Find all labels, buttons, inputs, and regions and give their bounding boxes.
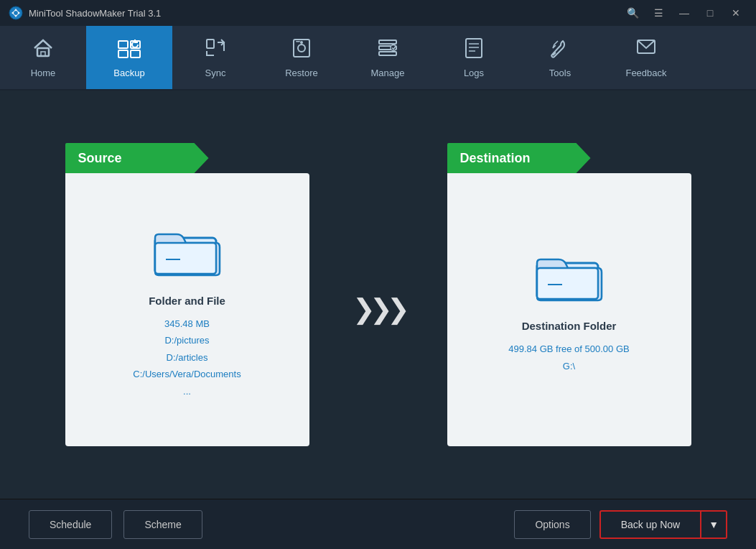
source-path-more: ... [133,383,241,400]
svg-point-13 [298,45,305,52]
nav-label-tools: Tools [549,68,571,78]
destination-free: 499.84 GB free of 500.00 GB [508,341,629,357]
svg-rect-16 [379,40,396,44]
destination-panel: Destination Destination Folder 499.84 GB… [447,143,691,446]
backup-icon [116,37,142,63]
svg-point-14 [300,41,303,44]
home-icon [32,37,55,63]
options-button[interactable]: Options [514,510,590,539]
nav-label-feedback: Feedback [625,68,666,78]
svg-rect-7 [118,41,128,48]
arrow-area: ❯❯❯ [353,293,404,325]
svg-rect-8 [118,50,128,57]
feedback-icon [635,37,658,63]
nav-item-feedback[interactable]: Feedback [603,26,689,89]
source-path-3: C:/Users/Vera/Documents [133,366,241,382]
scheme-button[interactable]: Scheme [123,510,202,539]
manage-icon [376,37,399,63]
app-title: MiniTool ShadowMaker Trial 3.1 [29,8,621,19]
nav-label-backup: Backup [113,68,144,78]
nav-item-manage[interactable]: Manage [345,26,431,89]
schedule-button[interactable]: Schedule [29,510,112,539]
window-controls: 🔍 ☰ — □ ✕ [621,4,747,22]
source-panel-body[interactable]: Folder and File 345.48 MB D:/pictures D:… [65,173,309,446]
source-path-2: D:/articles [133,349,241,366]
nav-label-sync: Sync [205,68,226,78]
source-info: 345.48 MB D:/pictures D:/articles C:/Use… [133,315,241,400]
nav-item-backup[interactable]: Backup [86,26,172,89]
svg-rect-30 [537,268,598,299]
destination-title: Destination Folder [522,320,617,332]
source-title: Folder and File [149,295,225,307]
nav-item-home[interactable]: Home [0,26,86,89]
forward-arrows: ❯❯❯ [353,293,404,325]
nav-label-manage: Manage [371,68,405,78]
bottombar: Schedule Scheme Options Back up Now ▼ [0,499,756,549]
source-size: 345.48 MB [133,315,241,332]
right-buttons: Options Back up Now ▼ [514,510,727,539]
navbar: Home Backup Sync [0,26,756,91]
search-button[interactable]: 🔍 [621,4,644,22]
source-header: Source [65,143,209,173]
main-content: Source Folder and File 345.48 MB D:/pict… [0,91,756,499]
destination-folder-icon [533,245,605,305]
destination-panel-body[interactable]: Destination Folder 499.84 GB free of 500… [447,173,691,446]
restore-icon [290,37,313,63]
svg-rect-27 [155,243,216,274]
titlebar: MiniTool ShadowMaker Trial 3.1 🔍 ☰ — □ ✕ [0,0,756,26]
sync-icon [204,37,227,63]
tools-icon [549,37,571,63]
app-logo [9,6,23,20]
backup-now-button[interactable]: Back up Now [599,510,701,539]
menu-button[interactable]: ☰ [647,4,670,22]
destination-drive: G:\ [508,358,629,374]
source-folder-icon [151,220,223,280]
svg-rect-15 [296,41,300,42]
svg-rect-11 [207,40,214,48]
svg-rect-18 [379,52,396,55]
backup-now-dropdown[interactable]: ▼ [701,510,727,539]
logs-icon [462,37,485,63]
source-panel: Source Folder and File 345.48 MB D:/pict… [65,143,309,446]
svg-rect-10 [131,50,140,57]
nav-item-restore[interactable]: Restore [258,26,345,89]
close-button[interactable]: ✕ [724,4,747,22]
maximize-button[interactable]: □ [699,4,722,22]
destination-header: Destination [447,143,591,173]
minimize-button[interactable]: — [673,4,696,22]
source-path-1: D:/pictures [133,332,241,349]
nav-item-logs[interactable]: Logs [431,26,517,89]
nav-item-sync[interactable]: Sync [172,26,258,89]
nav-label-logs: Logs [464,68,484,78]
svg-rect-20 [466,39,482,57]
nav-item-tools[interactable]: Tools [517,26,603,89]
destination-info: 499.84 GB free of 500.00 GB G:\ [508,341,629,374]
svg-point-0 [9,6,22,19]
nav-label-restore: Restore [285,68,318,78]
nav-label-home: Home [31,68,56,78]
